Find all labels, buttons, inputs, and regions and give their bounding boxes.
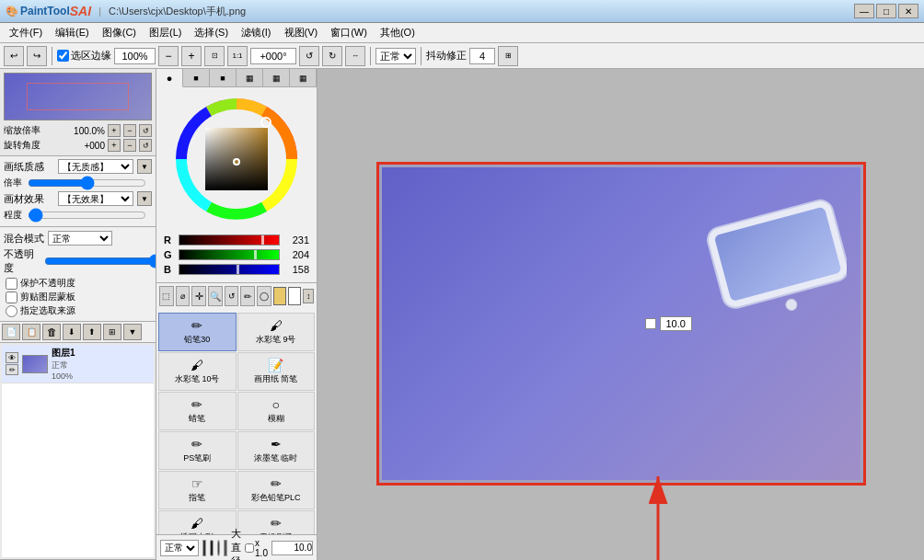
- menu-view[interactable]: 视图(V): [279, 24, 324, 41]
- zoom-out-button[interactable]: −: [158, 46, 179, 66]
- brush-blend-mode-select[interactable]: 正常: [160, 540, 199, 556]
- color-tab-grid1[interactable]: ▦: [237, 69, 263, 86]
- delete-layer-btn[interactable]: 🗑: [42, 324, 61, 340]
- menu-filter[interactable]: 滤镜(I): [236, 24, 276, 41]
- zoom-tool[interactable]: 🔍: [208, 286, 223, 306]
- zoom-fit-button[interactable]: ⊡: [204, 46, 225, 66]
- brush-wax[interactable]: ✏ 蜡笔: [158, 392, 237, 430]
- r-track[interactable]: [179, 234, 280, 246]
- zoom-dec-btn[interactable]: −: [123, 124, 136, 137]
- opacity-slider[interactable]: [44, 256, 156, 267]
- menu-file[interactable]: 文件(F): [4, 24, 48, 41]
- selection-edge-checkbox-label[interactable]: 选区边缘: [57, 49, 111, 63]
- brush-blur[interactable]: ○ 模糊: [237, 392, 316, 430]
- brush-color-pencil[interactable]: ✏ 彩色铅笔PLC: [237, 471, 316, 509]
- menu-other[interactable]: 其他(O): [375, 24, 421, 41]
- layer-item[interactable]: 👁 ✏ 图层1 正常 100%: [2, 345, 154, 383]
- color-wheel[interactable]: [172, 95, 301, 223]
- color-tab-rgb[interactable]: ■: [183, 69, 210, 86]
- color-tab-grid3[interactable]: ▦: [290, 69, 317, 86]
- layer-filter-btn[interactable]: ▼: [123, 324, 142, 340]
- brush-dry[interactable]: ✏ 干燥刷子: [237, 510, 316, 534]
- swap-colors-btn[interactable]: ↕: [303, 289, 314, 303]
- rot-dec-btn[interactable]: −: [123, 139, 136, 152]
- brush-shape-btn3[interactable]: [217, 540, 221, 556]
- redo-button[interactable]: ↪: [27, 46, 47, 66]
- brush-watercolor9[interactable]: 🖌 水彩笔 9号: [237, 313, 316, 351]
- size-checkbox[interactable]: [245, 543, 254, 553]
- rate-slider[interactable]: [28, 177, 146, 189]
- brush-finger[interactable]: ☞ 指笔: [158, 471, 237, 509]
- brush-shape-btn4[interactable]: [224, 540, 227, 556]
- brush-effect-select[interactable]: 【无效果】: [58, 191, 133, 206]
- rotate-right-button[interactable]: ↻: [322, 46, 342, 66]
- undo-button[interactable]: ↩: [4, 46, 24, 66]
- zoom-input[interactable]: [114, 48, 156, 64]
- menu-select[interactable]: 选择(S): [189, 24, 234, 41]
- rotate-tool[interactable]: ↺: [225, 286, 239, 306]
- stabilize-input[interactable]: [469, 48, 495, 64]
- layer-eye-icon[interactable]: 👁: [6, 352, 18, 363]
- rotate-left-button[interactable]: ↺: [299, 46, 319, 66]
- merge-layer-btn[interactable]: ⬇: [63, 324, 81, 340]
- lasso-tool[interactable]: ⌀: [176, 286, 191, 306]
- brush-transparent-wc[interactable]: 🖌 透明水彩: [158, 510, 237, 534]
- canvas-content[interactable]: 10.0: [382, 167, 860, 480]
- dotted-rect-tool[interactable]: ⬚: [159, 286, 174, 306]
- selection-edge-checkbox[interactable]: [57, 50, 69, 62]
- brush-shape-btn2[interactable]: [210, 540, 214, 556]
- eraser-tool[interactable]: ◯: [257, 286, 271, 306]
- zoom-in-button[interactable]: +: [181, 46, 202, 66]
- new-layer-btn[interactable]: 📄: [2, 324, 20, 340]
- brush-watercolor10[interactable]: 🖌 水彩笔 10号: [158, 352, 237, 391]
- zoom-reset-btn[interactable]: ↺: [139, 124, 152, 137]
- color-gradient-square[interactable]: [205, 128, 268, 190]
- canvas-quality-btn[interactable]: ▼: [137, 159, 152, 174]
- blend-mode-layer-select[interactable]: 正常: [48, 231, 112, 246]
- b-track[interactable]: [179, 264, 280, 275]
- rot-reset-btn[interactable]: ↺: [139, 139, 152, 152]
- protect-opacity-checkbox-label[interactable]: 保护不透明度: [6, 277, 152, 290]
- clip-mask-checkbox-label[interactable]: 剪贴图层蒙板: [6, 291, 152, 303]
- brush-pencil30[interactable]: ✏ 铅笔30: [158, 313, 237, 351]
- move-tool[interactable]: ✛: [191, 286, 206, 306]
- brush-shape-btn1[interactable]: [202, 540, 206, 556]
- rotation-input[interactable]: [250, 48, 296, 64]
- canvas-area[interactable]: 10.0: [318, 69, 924, 560]
- blend-mode-select[interactable]: 正常: [375, 48, 416, 64]
- selection-source-radio[interactable]: [6, 305, 17, 317]
- brush-ps[interactable]: ✏ PS笔刷: [158, 431, 237, 470]
- clip-mask-checkbox[interactable]: [6, 291, 17, 303]
- maximize-button[interactable]: □: [876, 4, 896, 18]
- color-tab-hsv[interactable]: ■: [210, 69, 237, 86]
- menu-window[interactable]: 窗口(W): [325, 24, 373, 41]
- protect-opacity-checkbox[interactable]: [6, 278, 17, 290]
- size-check[interactable]: x 1.0: [245, 538, 268, 558]
- g-track[interactable]: [179, 249, 280, 260]
- zoom-actual-button[interactable]: 1:1: [227, 46, 248, 66]
- layer-edit-icon[interactable]: ✏: [6, 364, 18, 375]
- canvas-quality-select[interactable]: 【无质感】: [58, 159, 133, 174]
- color-tab-wheel[interactable]: ●: [156, 69, 183, 87]
- color-wheel-area[interactable]: [156, 87, 317, 231]
- zoom-inc-btn[interactable]: +: [108, 124, 121, 137]
- brush-size-input[interactable]: [271, 541, 313, 555]
- pencil-tool[interactable]: ✏: [240, 286, 255, 306]
- brush-ink[interactable]: ✒ 浓墨笔 临时: [237, 431, 316, 470]
- brush-effect-btn[interactable]: ▼: [137, 191, 152, 206]
- layer-settings-btn[interactable]: ⊞: [103, 324, 121, 340]
- degree-slider[interactable]: [28, 210, 146, 221]
- selection-source-checkbox-label[interactable]: 指定选取来源: [6, 304, 152, 317]
- copy-layer-btn[interactable]: 📋: [22, 324, 40, 340]
- brush-canvas[interactable]: 📝 画用纸 简笔: [237, 352, 316, 391]
- menu-edit[interactable]: 编辑(E): [50, 24, 95, 41]
- menu-layer[interactable]: 图层(L): [144, 24, 187, 41]
- flip-h-button[interactable]: ↔: [345, 46, 365, 66]
- layer-up-btn[interactable]: ⬆: [83, 324, 101, 340]
- close-button[interactable]: ✕: [898, 4, 918, 18]
- foreground-swatch[interactable]: [273, 287, 286, 305]
- color-tab-grid2[interactable]: ▦: [263, 69, 290, 86]
- background-swatch[interactable]: [288, 287, 301, 305]
- minimize-button[interactable]: —: [854, 4, 874, 18]
- stabilize-toggle[interactable]: ⊞: [498, 46, 518, 66]
